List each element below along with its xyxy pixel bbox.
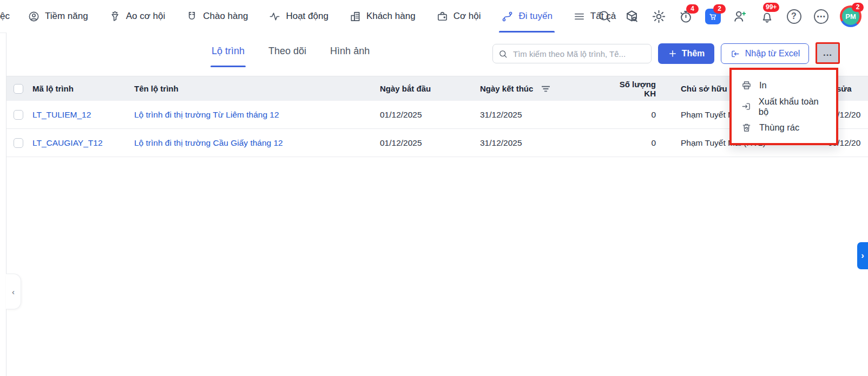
settings-gear-icon[interactable] [650,8,667,24]
more-actions-button[interactable]: ... [816,42,840,64]
notifications-bell-icon[interactable]: 99+ [759,8,775,24]
app-screen: ệc Tiềm năng Ao cơ hội Chào hàng [0,0,868,376]
more-options-icon[interactable]: ⋯ [813,8,829,24]
nav-label: Cơ hội [453,11,481,22]
cart-badge: 2 [713,4,726,14]
timer-icon[interactable]: 4 [678,8,694,24]
row-checkbox[interactable] [14,110,23,120]
cart-icon[interactable]: 2 [705,8,721,24]
help-icon[interactable]: ? [786,8,802,24]
menu-item-label: Xuất khẩu toàn bộ [759,96,827,117]
magnet-icon [186,10,198,23]
trash-icon [741,122,752,133]
wallet-icon [436,10,449,23]
building-icon [349,10,361,23]
menu-item-print[interactable]: In [732,75,836,96]
nav-item-di-tuyen[interactable]: Đi tuyến [501,0,552,33]
printer-icon [741,80,752,91]
end-date: 31/12/2025 [480,138,606,148]
sidebar-collapse-button[interactable]: ‹ [6,274,21,309]
nav-item-ao-co-hoi[interactable]: Ao cơ hội [109,0,166,33]
package-search-icon[interactable] [623,8,640,24]
sidebar-divider [6,33,6,376]
nav-label: Chào hàng [203,11,248,22]
nav-item-cut[interactable]: ệc [0,11,10,22]
nav-label: Khách hàng [366,11,416,22]
nav-label: Ao cơ hội [126,11,166,22]
user-circle-icon [28,10,40,23]
toolbar: Lộ trình Theo dõi Hình ảnh Thêm Nhập từ … [6,33,868,73]
customer-count: 0 [606,110,658,120]
more-button-label: ... [823,48,832,59]
activity-icon [268,10,281,23]
col-qty: Số lượng KH [606,80,658,98]
col-end: Ngày kết thúc [480,84,606,93]
nav-item-khach-hang[interactable]: Khách hàng [349,0,416,33]
panel-expand-button[interactable]: › [857,242,868,269]
more-actions-menu: In Xuất khẩu toàn bộ Thùng rác [729,68,838,145]
search-icon[interactable] [596,8,613,24]
avatar-badge: 2 [852,3,864,12]
start-date: 01/12/2025 [380,110,480,120]
plus-icon [668,49,678,59]
add-user-icon[interactable] [732,8,748,24]
route-code-link[interactable]: LT_TULIEM_12 [32,110,134,120]
route-icon [501,10,514,23]
start-date: 01/12/2025 [380,138,480,148]
col-end-label: Ngày kết thúc [480,84,533,93]
search-input[interactable] [512,49,646,59]
funnel-icon [109,10,121,23]
collapse-chevron-icon: ‹ [12,287,15,296]
nav-item-co-hoi[interactable]: Cơ hội [436,0,481,33]
filter-icon[interactable] [542,86,550,92]
add-button-label: Thêm [682,49,705,59]
top-nav: ệc Tiềm năng Ao cơ hội Chào hàng [0,0,868,33]
route-name-link[interactable]: Lộ trình đi thị trường Từ Liêm tháng 12 [134,110,380,120]
nav-label: Hoạt động [286,11,328,22]
add-button[interactable]: Thêm [658,43,714,64]
nav-item-tiem-nang[interactable]: Tiềm năng [28,0,88,33]
col-start: Ngày bắt đầu [380,84,480,93]
end-date: 31/12/2025 [480,110,606,120]
export-icon [741,101,752,112]
tab-lo-trinh[interactable]: Lộ trình [211,33,246,69]
nav-label: Đi tuyến [518,11,552,22]
search-icon [498,49,508,59]
import-excel-button[interactable]: Nhập từ Excel [721,43,809,64]
menu-item-trash[interactable]: Thùng rác [732,117,836,138]
customer-count: 0 [606,138,658,148]
menu-item-label: In [759,80,767,90]
avatar[interactable]: PM 2 [840,5,862,27]
nav-label: Tiềm năng [45,11,88,22]
route-code-link[interactable]: LT_CAUGIAY_T12 [32,138,134,148]
nav-item-hoat-dong[interactable]: Hoạt động [268,0,328,33]
nav-modules: ệc Tiềm năng Ao cơ hội Chào hàng [0,0,626,33]
route-search [492,44,652,63]
view-tabs: Lộ trình Theo dõi Hình ảnh [211,33,371,69]
menu-item-export-all[interactable]: Xuất khẩu toàn bộ [732,96,836,117]
import-icon [730,49,740,59]
tab-theo-doi[interactable]: Theo dõi [267,33,307,69]
timer-badge: 4 [686,4,699,14]
col-code: Mã lộ trình [32,84,134,93]
route-name-link[interactable]: Lộ trình đi thị trường Cầu Giấy tháng 12 [134,138,380,148]
menu-lines-icon [573,10,586,23]
question-glyph: ? [787,9,801,24]
nav-item-chao-hang[interactable]: Chào hàng [186,0,248,33]
ellipsis-glyph: ⋯ [814,9,828,24]
expand-chevron-icon: › [861,250,864,261]
bell-badge: 99+ [763,3,779,12]
menu-item-label: Thùng rác [759,122,799,133]
select-all-checkbox[interactable] [14,84,23,94]
col-name: Tên lộ trình [134,84,380,93]
row-checkbox[interactable] [14,138,23,148]
nav-tools: 4 2 99+ ? [596,0,862,33]
tab-hinh-anh[interactable]: Hình ảnh [329,33,371,69]
import-button-label: Nhập từ Excel [745,49,800,59]
